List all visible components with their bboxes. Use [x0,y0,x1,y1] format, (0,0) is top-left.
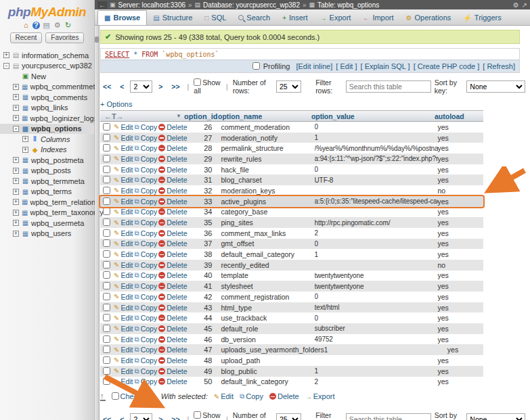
row-copy-link[interactable]: ⧉Copy [134,271,157,279]
tree-item-information-schema[interactable]: + ▤ information_schema [0,50,94,61]
row-checkbox[interactable] [103,261,110,269]
next-page-button[interactable]: > [156,414,165,420]
tab-browse[interactable]: ▦ Browse [97,10,147,25]
tab-insert[interactable]: + Insert [276,11,313,25]
breadcrumb-server[interactable]: Server: localhost:3306 [118,1,186,9]
row-copy-link[interactable]: ⧉Copy [134,293,157,301]
row-checkbox[interactable] [103,218,110,226]
profiling-checkbox[interactable] [252,62,260,70]
row-checkbox[interactable] [103,176,110,183]
row-copy-link[interactable]: ⧉Copy [134,218,157,227]
row-delete-link[interactable]: Delete [158,282,187,290]
check-all-checkbox[interactable] [112,392,119,400]
favorites-tab[interactable]: Favorites [45,32,84,43]
show-all-toggle[interactable]: Show all [194,78,221,95]
row-delete-link[interactable]: Delete [158,304,187,312]
row-checkbox[interactable] [103,208,110,215]
row-delete-link[interactable]: Delete [158,367,187,375]
row-copy-link[interactable]: ⧉Copy [134,239,157,248]
show-all-toggle[interactable]: Show all [194,411,221,420]
row-delete-link[interactable]: Delete [158,271,187,279]
docs-icon[interactable]: ▤ [42,21,51,30]
expand-icon[interactable]: + [13,231,19,237]
row-checkbox[interactable] [103,325,110,332]
row-copy-link[interactable]: ⧉Copy [134,250,157,258]
row-delete-link[interactable]: Delete [158,250,187,258]
row-delete-link[interactable]: Delete [158,166,187,174]
refresh-icon[interactable]: ↻ [64,21,72,30]
row-edit-link[interactable]: ✎Edit [114,218,133,227]
row-delete-link[interactable]: Delete [158,187,187,195]
row-copy-link[interactable]: ⧉Copy [134,367,157,375]
row-checkbox[interactable] [103,282,110,289]
row-copy-link[interactable]: ⧉Copy [134,123,157,131]
tree-item-wpbq-term-relationships[interactable]: + ▦ wpbq_term_relationships [0,197,94,208]
row-edit-link[interactable]: ✎Edit [114,187,133,195]
tree-item-wpbq-users[interactable]: + ▦ wpbq_users [0,229,94,239]
page-select[interactable]: 2 [130,80,152,93]
edit-inline-link[interactable]: [Edit inline] [296,62,332,70]
row-copy-link[interactable]: ⧉Copy [134,197,157,206]
sort-by-key-select[interactable]: None [466,413,525,420]
row-copy-link[interactable]: ⧉Copy [134,261,157,269]
row-checkbox[interactable] [103,304,110,311]
row-copy-link[interactable]: ⧉Copy [134,229,157,237]
row-checkbox[interactable] [103,271,110,279]
expand-icon[interactable]: + [13,94,19,100]
collapse-icon[interactable]: - [3,63,9,69]
row-delete-link[interactable]: Delete [158,261,187,269]
row-copy-link[interactable]: ⧉Copy [134,325,157,333]
tab-import[interactable]: ← Import [357,11,399,25]
tab-export[interactable]: → Export [314,11,357,25]
row-actions-marker[interactable]: ←T→ [104,112,124,120]
row-edit-link[interactable]: ✎Edit [114,356,133,365]
rows-count-select[interactable]: 25 [276,80,301,93]
row-delete-link[interactable]: Delete [158,239,187,248]
row-edit-link[interactable]: ✎Edit [114,325,133,333]
sql-select-keyword[interactable]: SELECT [105,51,129,58]
row-checkbox[interactable] [103,239,110,247]
first-page-button[interactable]: << [100,81,114,92]
row-delete-link[interactable]: Delete [158,356,187,365]
sort-by-key-select[interactable]: None [466,80,525,93]
row-copy-link[interactable]: ⧉Copy [134,335,157,344]
selected-copy-button[interactable]: ⧉Copy [240,392,263,400]
row-copy-link[interactable]: ⧉Copy [134,314,157,322]
row-delete-link[interactable]: Delete [158,293,187,301]
create-php-code-link[interactable]: [ Create PHP code ] [414,62,480,70]
tree-item-wpbq-links[interactable]: + ▦ wpbq_links [0,103,94,114]
expand-icon[interactable]: + [13,157,19,163]
page-settings-gear-icon[interactable]: ⚙ [513,1,519,9]
expand-window-icon[interactable]: ↗ [522,1,527,9]
row-checkbox[interactable] [103,356,110,364]
row-edit-link[interactable]: ✎Edit [114,261,133,269]
row-delete-link[interactable]: Delete [158,144,187,152]
row-copy-link[interactable]: ⧉Copy [134,208,157,216]
breadcrumb-table[interactable]: Table: wpbq_options [317,1,379,9]
settings-icon[interactable]: ⚙ [53,21,62,30]
row-copy-link[interactable]: ⧉Copy [134,356,157,365]
refresh-link[interactable]: [ Refresh] [483,62,515,70]
row-checkbox[interactable] [103,123,110,131]
row-edit-link[interactable]: ✎Edit [114,314,133,322]
expand-icon[interactable]: + [13,189,19,195]
query-options-link[interactable]: + Options [100,100,148,108]
row-copy-link[interactable]: ⧉Copy [134,282,157,290]
row-edit-link[interactable]: ✎Edit [114,377,133,386]
edit-link[interactable]: [ Edit ] [336,62,357,70]
row-checkbox[interactable] [103,377,110,385]
tree-item-new-table[interactable]: ▣ New [0,71,94,82]
header-option-value[interactable]: option_value [311,112,435,120]
row-copy-link[interactable]: ⧉Copy [134,377,157,386]
row-edit-link[interactable]: ✎Edit [114,155,133,163]
rows-count-select[interactable]: 25 [276,413,301,420]
row-delete-link[interactable]: Delete [158,176,187,184]
row-checkbox[interactable] [103,293,110,300]
row-checkbox[interactable] [103,229,110,237]
explain-sql-link[interactable]: [ Explain SQL ] [361,62,410,70]
filter-rows-input[interactable] [346,413,431,420]
tab-search[interactable]: Search [232,11,276,25]
row-checkbox[interactable] [103,346,110,353]
tree-item-wpbq-comments[interactable]: + ▦ wpbq_comments [0,92,94,103]
row-checkbox[interactable] [103,144,110,151]
